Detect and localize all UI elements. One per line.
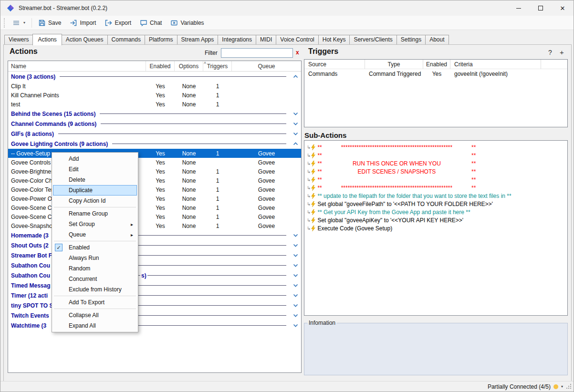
menu-item-random[interactable]: Random — [53, 263, 137, 274]
chevron-down-icon[interactable] — [291, 122, 300, 125]
chevron-down-icon[interactable] — [291, 264, 300, 267]
column-name[interactable]: Name — [8, 61, 146, 71]
column-triggers[interactable]: Triggers — [203, 61, 232, 71]
connection-status[interactable]: Partially Connected (4/5) — [488, 383, 551, 390]
resize-grip[interactable] — [566, 383, 572, 390]
menu-item-set-group[interactable]: Set Group▸ — [53, 219, 137, 229]
variables-button[interactable]: Variables — [166, 17, 208, 29]
tab-actions[interactable]: Actions — [32, 34, 62, 45]
group-name: Timer (12 acti — [8, 292, 52, 299]
filter-clear-button[interactable]: x — [296, 49, 299, 56]
chevron-down-icon[interactable] — [291, 274, 300, 277]
menu-item-always-run[interactable]: Always Run — [53, 253, 137, 263]
action-row[interactable]: Clip ItYesNone1 — [8, 82, 301, 91]
menu-item-concurrent[interactable]: Concurrent — [53, 274, 137, 284]
chevron-down-icon[interactable] — [291, 284, 300, 287]
sub-action-row[interactable]: ↳***************************************… — [304, 143, 567, 151]
sub-action-row[interactable]: ↳Execute Code (Govee Setup) — [304, 224, 567, 232]
action-row[interactable]: Kill Channel PointsYesNone1 — [8, 91, 301, 100]
action-enabled: Yes — [146, 186, 175, 193]
action-group-row[interactable]: Govee Lighting Controls (9 actions) — [8, 139, 301, 149]
action-group-row[interactable]: Channel Commands (9 actions) — [8, 119, 301, 129]
chevron-down-icon[interactable] — [291, 314, 300, 317]
minimize-button[interactable] — [508, 0, 530, 16]
column-queue[interactable]: Queue — [232, 61, 301, 71]
tab-commands[interactable]: Commands — [107, 35, 145, 44]
chevron-down-icon[interactable] — [291, 254, 300, 257]
action-group-row[interactable]: Behind the Scenes (15 actions) — [8, 109, 301, 119]
action-triggers: 1 — [203, 196, 232, 202]
column-options[interactable]: Options — [175, 61, 203, 71]
chevron-down-icon[interactable] — [291, 244, 300, 247]
export-button[interactable]: Export — [100, 17, 136, 29]
sub-action-row[interactable]: ↳**** — [304, 175, 567, 184]
column-enabled[interactable]: Enabled — [146, 61, 175, 71]
action-row[interactable]: testYesNone1 — [8, 100, 301, 109]
sub-action-row[interactable]: ↳***************************************… — [304, 184, 567, 192]
sub-action-row[interactable]: ↳** Get your API Key from the Govee App … — [304, 208, 567, 216]
menu-item-expand-all[interactable]: Expand All — [53, 320, 137, 331]
trigger-row[interactable]: Commands Command Triggered Yes goveeInit… — [304, 69, 567, 79]
maximize-button[interactable] — [530, 0, 552, 16]
tab-integrations[interactable]: Integrations — [218, 35, 256, 44]
chevron-down-icon[interactable]: ▾ — [561, 384, 563, 389]
sub-action-row[interactable]: ↳Set global "goveeFilePath" to '<<PATH T… — [304, 200, 567, 208]
action-group-row[interactable]: None (3 actions) — [8, 72, 301, 82]
tab-voice-control[interactable]: Voice Control — [276, 35, 318, 44]
action-queue: Govee — [232, 223, 301, 229]
menu-item-queue[interactable]: Queue▸ — [53, 229, 137, 240]
menu-item-collapse-all[interactable]: Collapse All — [53, 310, 137, 320]
sub-action-row[interactable]: ↳**** — [304, 151, 567, 159]
menu-item-edit[interactable]: Edit — [53, 164, 137, 175]
close-button[interactable]: ✕ — [552, 0, 574, 16]
chevron-up-icon[interactable] — [291, 75, 300, 78]
tab-action-queues[interactable]: Action Queues — [62, 35, 108, 44]
tab-midi[interactable]: MIDI — [256, 35, 276, 44]
toolbar-grip[interactable] — [4, 18, 5, 28]
chevron-down-icon[interactable] — [291, 234, 300, 237]
column-source[interactable]: Source — [304, 60, 365, 69]
sub-action-row[interactable]: ↳Set global "goveeApiKey" to '<<YOUR API… — [304, 216, 567, 224]
chat-button[interactable]: Chat — [136, 17, 166, 29]
tab-viewers[interactable]: Viewers — [4, 35, 33, 44]
tab-about[interactable]: About — [425, 35, 449, 44]
import-button[interactable]: Import — [65, 17, 100, 29]
tab-hot-keys[interactable]: Hot Keys — [318, 35, 350, 44]
tab-platforms[interactable]: Platforms — [145, 35, 177, 44]
menu-item-label: Concurrent — [69, 276, 97, 282]
menu-item-enabled[interactable]: ✓Enabled — [53, 242, 137, 253]
tab-settings[interactable]: Settings — [397, 35, 426, 44]
save-button[interactable]: Save — [34, 17, 65, 29]
menu-item-add-to-export[interactable]: Add To Export — [53, 297, 137, 308]
menu-item-delete[interactable]: Delete — [53, 175, 137, 185]
triggers-help-button[interactable]: ? — [548, 49, 552, 56]
banner-left: ** — [317, 168, 322, 175]
menu-item-label: Delete — [69, 176, 85, 183]
column-criteria[interactable]: Criteria — [450, 60, 541, 69]
tab-servers-clients[interactable]: Servers/Clients — [349, 35, 397, 44]
main-menu-button[interactable]: ▾ — [8, 17, 30, 29]
column-enabled[interactable]: Enabled — [423, 60, 450, 69]
action-group-row[interactable]: GIFs (8 actions) — [8, 129, 301, 139]
action-triggers: 1 — [203, 223, 232, 229]
sub-action-row[interactable]: ↳**EDIT SCENES / SNAPSHOTS** — [304, 167, 567, 175]
menu-item-duplicate[interactable]: Duplicate — [53, 185, 137, 196]
chevron-down-icon[interactable] — [291, 294, 300, 297]
menu-item-exclude-from-history[interactable]: Exclude from History — [53, 284, 137, 295]
column-type[interactable]: Type — [365, 60, 423, 69]
tab-stream-apps[interactable]: Stream Apps — [177, 35, 219, 44]
chevron-down-icon[interactable] — [291, 112, 300, 115]
triggers-add-button[interactable]: + — [560, 48, 564, 56]
menu-item-label: Duplicate — [69, 187, 93, 194]
sub-action-row[interactable]: ↳** update to the filepath for the folde… — [304, 192, 567, 200]
menu-item-copy-action-id[interactable]: Copy Action Id — [53, 196, 137, 206]
menu-item-add[interactable]: Add — [53, 154, 137, 164]
chevron-down-icon[interactable] — [291, 324, 300, 327]
chevron-down-icon[interactable] — [291, 304, 300, 307]
sub-action-row[interactable]: ↳**RUN THIS ONCE OR WHEN YOU** — [304, 159, 567, 167]
chevron-down-icon[interactable] — [291, 132, 300, 135]
filter-input[interactable] — [221, 48, 293, 58]
action-queue: Govee — [232, 214, 301, 220]
chevron-up-icon[interactable] — [291, 142, 300, 145]
menu-item-rename-group[interactable]: Rename Group — [53, 208, 137, 219]
